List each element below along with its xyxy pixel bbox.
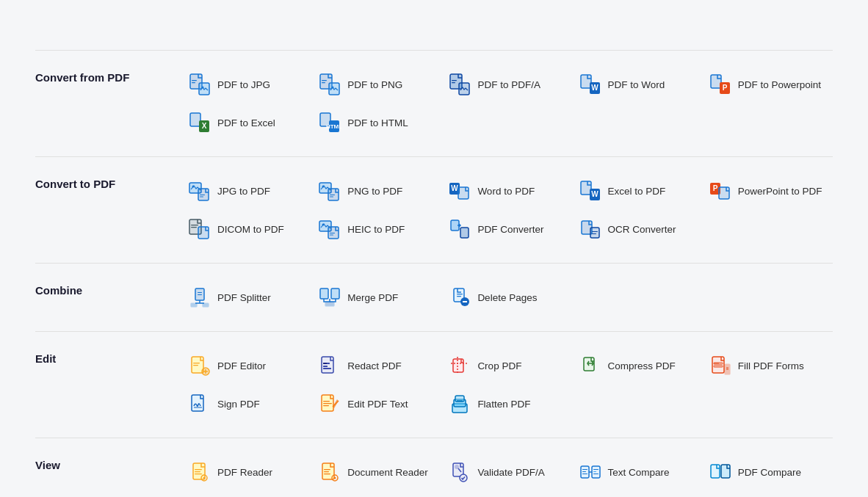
tool-item-validate-pdfa[interactable]: Validate PDF/A — [442, 456, 572, 488]
tool-item-pdf-to-png[interactable]: PDF to PNG — [312, 68, 442, 101]
tool-item-pdf-to-html[interactable]: HTML PDF to HTML — [312, 106, 442, 139]
tool-item-ocr-converter[interactable]: OCR Converter — [573, 213, 703, 245]
tool-item-dicom-to-pdf[interactable]: DICOM to PDF — [182, 213, 312, 245]
tool-icon-pdf-to-excel: X — [188, 111, 211, 134]
svg-rect-68 — [191, 225, 198, 225]
tool-item-png-to-pdf[interactable]: PNG to PDF — [312, 175, 442, 207]
tool-icon-excel-to-pdf: W — [579, 179, 602, 203]
svg-rect-129 — [712, 357, 724, 373]
tool-label-merge-pdf: Merge PDF — [347, 292, 398, 303]
tool-label-pdf-converter: PDF Converter — [477, 224, 543, 235]
tool-item-compress-pdf[interactable]: Compress PDF — [573, 349, 703, 382]
svg-rect-120 — [323, 368, 331, 369]
svg-rect-99 — [331, 289, 339, 299]
tool-item-redact-pdf[interactable]: Redact PDF — [312, 349, 442, 382]
tool-label-pdf-to-jpg: PDF to JPG — [217, 79, 270, 90]
tool-label-pdf-to-pdfa: PDF to PDF/A — [477, 79, 540, 90]
svg-rect-45 — [200, 195, 205, 195]
svg-rect-87 — [592, 231, 598, 232]
svg-text:P: P — [722, 84, 727, 92]
svg-rect-64 — [719, 187, 729, 199]
tool-label-redact-pdf: Redact PDF — [347, 360, 402, 371]
svg-rect-7 — [192, 82, 195, 83]
section-label-view: View — [35, 456, 182, 471]
tool-item-pdf-splitter[interactable]: PDF Splitter — [182, 281, 312, 313]
svg-rect-91 — [198, 292, 202, 293]
tool-item-pdf-to-word[interactable]: W PDF to Word — [573, 68, 703, 101]
tool-label-delete-pages: Delete Pages — [477, 292, 537, 303]
tool-item-powerpoint-to-pdf[interactable]: P PowerPoint to PDF — [703, 175, 833, 207]
svg-rect-144 — [323, 405, 329, 406]
tool-item-merge-pdf[interactable]: Merge PDF — [312, 281, 442, 313]
tool-icon-text-compare — [579, 460, 602, 484]
tool-item-edit-pdf-text[interactable]: Edit PDF Text — [312, 388, 442, 420]
svg-rect-143 — [323, 403, 332, 404]
tool-label-pdf-to-png: PDF to PNG — [347, 79, 402, 90]
tool-item-document-reader[interactable]: Document Reader — [312, 456, 442, 488]
svg-rect-88 — [592, 233, 596, 234]
tool-item-text-compare[interactable]: Text Compare — [573, 456, 703, 488]
svg-rect-21 — [452, 82, 455, 83]
tool-item-fill-pdf-forms[interactable]: Fill PDF Forms — [703, 349, 833, 382]
svg-rect-70 — [198, 227, 209, 239]
tool-item-pdf-converter[interactable]: PDF Converter — [442, 213, 572, 245]
section-label-convert-from-pdf: Convert from PDF — [35, 68, 182, 84]
tool-item-pdf-to-excel[interactable]: X PDF to Excel — [182, 106, 312, 139]
section-convert-to-pdf: Convert to PDF JPG to PDF PNG to PDF W — [35, 156, 833, 263]
tool-item-excel-to-pdf[interactable]: W Excel to PDF — [573, 175, 703, 207]
tool-label-compress-pdf: Compress PDF — [608, 360, 676, 371]
tool-label-sign-pdf: Sign PDF — [217, 399, 260, 410]
tool-label-validate-pdfa: Validate PDF/A — [477, 467, 544, 478]
svg-rect-56 — [458, 187, 469, 199]
section-convert-from-pdf: Convert from PDF PDF to JPG PDF to PNG — [35, 50, 833, 156]
svg-rect-92 — [198, 294, 202, 295]
tool-item-word-to-pdf[interactable]: W Word to PDF — [442, 175, 572, 207]
tool-icon-pdf-compare — [709, 460, 732, 484]
svg-rect-119 — [323, 366, 328, 367]
tool-item-sign-pdf[interactable]: Sign PDF — [182, 388, 312, 420]
svg-rect-137 — [192, 395, 203, 411]
svg-rect-156 — [195, 471, 200, 472]
tool-icon-redact-pdf — [318, 354, 341, 377]
tool-icon-pdf-converter — [448, 217, 471, 241]
svg-point-10 — [202, 87, 204, 89]
tool-label-pdf-to-word: PDF to Word — [608, 79, 665, 90]
svg-rect-24 — [581, 75, 591, 88]
tool-icon-heic-to-pdf — [318, 217, 341, 241]
tool-item-pdf-compare[interactable]: PDF Compare — [703, 456, 833, 488]
tool-icon-crop-pdf — [448, 354, 471, 377]
tool-icon-pdf-to-powerpoint: P — [709, 73, 732, 96]
svg-rect-95 — [191, 303, 197, 307]
tool-label-pdf-splitter: PDF Splitter — [217, 292, 271, 303]
tool-icon-validate-pdfa — [448, 460, 471, 484]
svg-rect-162 — [324, 469, 330, 470]
svg-rect-121 — [323, 363, 327, 364]
tool-label-crop-pdf: Crop PDF — [477, 360, 521, 371]
tool-item-pdf-to-powerpoint[interactable]: P PDF to Powerpoint — [703, 68, 833, 101]
svg-rect-32 — [190, 113, 200, 126]
tool-item-pdf-to-jpg[interactable]: PDF to JPG — [182, 68, 312, 101]
tool-label-jpg-to-pdf: JPG to PDF — [217, 186, 270, 197]
tool-label-document-reader: Document Reader — [347, 467, 428, 478]
svg-rect-157 — [195, 474, 202, 474]
tool-item-pdf-to-pdfa[interactable]: PDF to PDF/A — [442, 68, 572, 101]
tool-icon-pdf-to-pdfa — [448, 73, 471, 96]
section-label-combine: Combine — [35, 281, 182, 297]
svg-rect-58 — [581, 181, 591, 195]
svg-text:W: W — [591, 190, 598, 198]
tool-label-flatten-pdf: Flatten PDF — [477, 399, 530, 410]
tool-item-pdf-reader[interactable]: PDF Reader — [182, 456, 312, 488]
tool-label-pdf-to-powerpoint: PDF to Powerpoint — [738, 79, 821, 90]
svg-rect-155 — [195, 469, 202, 470]
svg-rect-81 — [460, 228, 469, 238]
svg-rect-77 — [330, 233, 335, 233]
tool-item-jpg-to-pdf[interactable]: JPG to PDF — [182, 175, 312, 207]
section-view: View PDF Reader Document Reader — [35, 438, 833, 497]
tool-item-crop-pdf[interactable]: Crop PDF — [442, 349, 572, 382]
tool-item-flatten-pdf[interactable]: Flatten PDF — [442, 388, 572, 420]
svg-rect-133 — [714, 363, 719, 364]
tool-item-pdf-editor[interactable]: PDF Editor — [182, 349, 312, 382]
tool-item-heic-to-pdf[interactable]: HEIC to PDF — [312, 213, 442, 245]
svg-point-17 — [332, 87, 334, 89]
tool-item-delete-pages[interactable]: Delete Pages — [442, 281, 572, 313]
